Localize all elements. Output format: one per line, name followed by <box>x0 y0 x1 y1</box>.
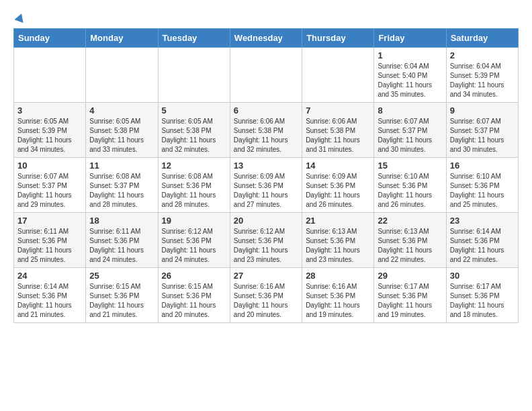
weekday-header-row: SundayMondayTuesdayWednesdayThursdayFrid… <box>14 29 519 48</box>
calendar-cell: 5Sunrise: 6:05 AM Sunset: 5:38 PM Daylig… <box>158 103 230 158</box>
calendar-cell: 25Sunrise: 6:15 AM Sunset: 5:36 PM Dayli… <box>86 268 158 323</box>
day-info: Sunrise: 6:12 AM Sunset: 5:36 PM Dayligh… <box>234 227 298 265</box>
calendar-cell: 8Sunrise: 6:07 AM Sunset: 5:37 PM Daylig… <box>374 103 446 158</box>
weekday-header-sunday: Sunday <box>14 29 86 48</box>
logo-text <box>13 11 26 23</box>
day-info: Sunrise: 6:10 AM Sunset: 5:36 PM Dayligh… <box>450 172 515 210</box>
day-info: Sunrise: 6:15 AM Sunset: 5:36 PM Dayligh… <box>162 282 226 320</box>
weekday-header-thursday: Thursday <box>302 29 374 48</box>
day-info: Sunrise: 6:07 AM Sunset: 5:37 PM Dayligh… <box>17 172 82 210</box>
week-row-4: 24Sunrise: 6:14 AM Sunset: 5:36 PM Dayli… <box>14 268 519 323</box>
day-number: 9 <box>450 105 515 116</box>
day-number: 21 <box>306 216 370 226</box>
calendar-cell: 17Sunrise: 6:11 AM Sunset: 5:36 PM Dayli… <box>14 213 86 268</box>
calendar-cell: 26Sunrise: 6:15 AM Sunset: 5:36 PM Dayli… <box>158 268 230 323</box>
day-number: 10 <box>17 161 82 171</box>
day-info: Sunrise: 6:09 AM Sunset: 5:36 PM Dayligh… <box>306 172 370 210</box>
logo-icon <box>15 12 26 23</box>
day-info: Sunrise: 6:11 AM Sunset: 5:36 PM Dayligh… <box>89 227 154 265</box>
day-number: 13 <box>234 161 298 171</box>
calendar-cell <box>86 48 158 103</box>
day-info: Sunrise: 6:17 AM Sunset: 5:36 PM Dayligh… <box>450 282 515 320</box>
day-info: Sunrise: 6:05 AM Sunset: 5:39 PM Dayligh… <box>17 117 82 154</box>
day-info: Sunrise: 6:07 AM Sunset: 5:37 PM Dayligh… <box>378 117 442 154</box>
weekday-header-monday: Monday <box>86 29 158 48</box>
day-number: 29 <box>378 271 442 281</box>
day-info: Sunrise: 6:15 AM Sunset: 5:36 PM Dayligh… <box>89 282 154 320</box>
day-number: 24 <box>17 271 82 281</box>
calendar-cell: 30Sunrise: 6:17 AM Sunset: 5:36 PM Dayli… <box>446 268 518 323</box>
day-info: Sunrise: 6:10 AM Sunset: 5:36 PM Dayligh… <box>378 172 442 210</box>
calendar-cell <box>230 48 302 103</box>
day-info: Sunrise: 6:04 AM Sunset: 5:40 PM Dayligh… <box>378 62 442 99</box>
day-number: 7 <box>306 105 370 116</box>
day-number: 11 <box>89 161 154 171</box>
day-number: 26 <box>162 271 226 281</box>
day-number: 23 <box>450 216 515 226</box>
day-number: 8 <box>378 105 442 116</box>
weekday-header-wednesday: Wednesday <box>230 29 302 48</box>
day-number: 22 <box>378 216 442 226</box>
day-info: Sunrise: 6:13 AM Sunset: 5:36 PM Dayligh… <box>378 227 442 265</box>
calendar-cell: 13Sunrise: 6:09 AM Sunset: 5:36 PM Dayli… <box>230 158 302 213</box>
calendar-cell: 23Sunrise: 6:14 AM Sunset: 5:36 PM Dayli… <box>446 213 518 268</box>
day-info: Sunrise: 6:13 AM Sunset: 5:36 PM Dayligh… <box>306 227 370 265</box>
day-number: 4 <box>89 105 154 116</box>
day-info: Sunrise: 6:16 AM Sunset: 5:36 PM Dayligh… <box>234 282 298 320</box>
calendar-cell: 4Sunrise: 6:05 AM Sunset: 5:38 PM Daylig… <box>86 103 158 158</box>
weekday-header-saturday: Saturday <box>446 29 518 48</box>
day-number: 18 <box>89 216 154 226</box>
day-info: Sunrise: 6:12 AM Sunset: 5:36 PM Dayligh… <box>162 227 226 265</box>
calendar-cell: 9Sunrise: 6:07 AM Sunset: 5:37 PM Daylig… <box>446 103 518 158</box>
day-info: Sunrise: 6:05 AM Sunset: 5:38 PM Dayligh… <box>162 117 226 154</box>
calendar-cell <box>302 48 374 103</box>
day-info: Sunrise: 6:14 AM Sunset: 5:36 PM Dayligh… <box>17 282 82 320</box>
calendar: SundayMondayTuesdayWednesdayThursdayFrid… <box>13 28 519 323</box>
page: SundayMondayTuesdayWednesdayThursdayFrid… <box>0 0 532 330</box>
calendar-cell: 1Sunrise: 6:04 AM Sunset: 5:40 PM Daylig… <box>374 48 446 103</box>
calendar-cell <box>158 48 230 103</box>
header <box>13 11 519 23</box>
calendar-cell: 19Sunrise: 6:12 AM Sunset: 5:36 PM Dayli… <box>158 213 230 268</box>
day-info: Sunrise: 6:07 AM Sunset: 5:37 PM Dayligh… <box>450 117 515 154</box>
calendar-cell: 15Sunrise: 6:10 AM Sunset: 5:36 PM Dayli… <box>374 158 446 213</box>
day-info: Sunrise: 6:16 AM Sunset: 5:36 PM Dayligh… <box>306 282 370 320</box>
day-info: Sunrise: 6:08 AM Sunset: 5:36 PM Dayligh… <box>162 172 226 210</box>
day-info: Sunrise: 6:06 AM Sunset: 5:38 PM Dayligh… <box>306 117 370 154</box>
calendar-cell: 7Sunrise: 6:06 AM Sunset: 5:38 PM Daylig… <box>302 103 374 158</box>
week-row-3: 17Sunrise: 6:11 AM Sunset: 5:36 PM Dayli… <box>14 213 519 268</box>
calendar-cell: 3Sunrise: 6:05 AM Sunset: 5:39 PM Daylig… <box>14 103 86 158</box>
day-number: 16 <box>450 161 515 171</box>
calendar-cell: 14Sunrise: 6:09 AM Sunset: 5:36 PM Dayli… <box>302 158 374 213</box>
calendar-cell: 20Sunrise: 6:12 AM Sunset: 5:36 PM Dayli… <box>230 213 302 268</box>
day-number: 20 <box>234 216 298 226</box>
calendar-cell: 16Sunrise: 6:10 AM Sunset: 5:36 PM Dayli… <box>446 158 518 213</box>
day-number: 25 <box>89 271 154 281</box>
calendar-cell: 6Sunrise: 6:06 AM Sunset: 5:38 PM Daylig… <box>230 103 302 158</box>
day-number: 12 <box>162 161 226 171</box>
week-row-1: 3Sunrise: 6:05 AM Sunset: 5:39 PM Daylig… <box>14 103 519 158</box>
calendar-cell: 2Sunrise: 6:04 AM Sunset: 5:39 PM Daylig… <box>446 48 518 103</box>
calendar-cell: 27Sunrise: 6:16 AM Sunset: 5:36 PM Dayli… <box>230 268 302 323</box>
day-number: 15 <box>378 161 442 171</box>
calendar-cell: 12Sunrise: 6:08 AM Sunset: 5:36 PM Dayli… <box>158 158 230 213</box>
day-number: 2 <box>450 50 515 60</box>
weekday-header-friday: Friday <box>374 29 446 48</box>
day-number: 19 <box>162 216 226 226</box>
day-number: 27 <box>234 271 298 281</box>
day-info: Sunrise: 6:17 AM Sunset: 5:36 PM Dayligh… <box>378 282 442 320</box>
day-number: 5 <box>162 105 226 116</box>
day-info: Sunrise: 6:09 AM Sunset: 5:36 PM Dayligh… <box>234 172 298 210</box>
calendar-cell: 18Sunrise: 6:11 AM Sunset: 5:36 PM Dayli… <box>86 213 158 268</box>
day-info: Sunrise: 6:04 AM Sunset: 5:39 PM Dayligh… <box>450 62 515 99</box>
week-row-2: 10Sunrise: 6:07 AM Sunset: 5:37 PM Dayli… <box>14 158 519 213</box>
calendar-cell: 29Sunrise: 6:17 AM Sunset: 5:36 PM Dayli… <box>374 268 446 323</box>
calendar-cell: 10Sunrise: 6:07 AM Sunset: 5:37 PM Dayli… <box>14 158 86 213</box>
day-info: Sunrise: 6:14 AM Sunset: 5:36 PM Dayligh… <box>450 227 515 265</box>
calendar-cell: 21Sunrise: 6:13 AM Sunset: 5:36 PM Dayli… <box>302 213 374 268</box>
calendar-cell: 24Sunrise: 6:14 AM Sunset: 5:36 PM Dayli… <box>14 268 86 323</box>
day-info: Sunrise: 6:08 AM Sunset: 5:37 PM Dayligh… <box>89 172 154 210</box>
calendar-cell <box>14 48 86 103</box>
day-number: 30 <box>450 271 515 281</box>
calendar-cell: 22Sunrise: 6:13 AM Sunset: 5:36 PM Dayli… <box>374 213 446 268</box>
